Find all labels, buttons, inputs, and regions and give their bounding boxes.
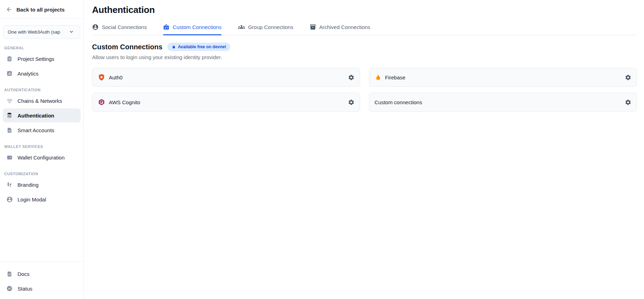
analytics-icon <box>6 70 13 77</box>
sidebar-item-label: Analytics <box>18 71 38 77</box>
chevron-down-icon <box>69 29 74 35</box>
tab-custom-connections[interactable]: Custom Connections <box>163 23 221 35</box>
sidebar-item-authentication[interactable]: Authentication <box>3 108 80 122</box>
settings-gear-icon[interactable] <box>348 99 355 106</box>
card-firebase[interactable]: Firebase <box>369 68 637 87</box>
section-label-wallet-services: WALLET SERVICES <box>3 144 80 149</box>
database-icon <box>6 112 13 119</box>
tab-label: Group Connections <box>248 24 293 30</box>
arrow-left-icon <box>6 6 13 13</box>
aws-cognito-logo <box>98 99 105 106</box>
sidebar-footer: Docs Status <box>0 262 83 299</box>
auth0-logo <box>98 74 105 81</box>
user-circle-icon <box>92 24 99 30</box>
check-circle-icon <box>6 285 13 292</box>
sidebar-item-label: Smart Accounts <box>18 127 54 133</box>
sidebar-item-label: Project Settings <box>18 56 54 62</box>
sidebar-item-docs[interactable]: Docs <box>3 267 80 281</box>
tab-label: Custom Connections <box>173 24 221 30</box>
tab-social-connections[interactable]: Social Connections <box>92 23 147 35</box>
card-label: Firebase <box>385 74 621 80</box>
settings-gear-icon[interactable] <box>625 74 631 81</box>
project-selector-value: One with Web3Auth (sap <box>8 29 66 35</box>
id-badge-icon <box>163 24 169 30</box>
sidebar-item-wallet-configuration[interactable]: Wallet Configuration <box>3 150 80 164</box>
clipboard-icon <box>6 55 13 62</box>
main-content: Authentication Social Connections Custom… <box>84 0 644 299</box>
settings-gear-icon[interactable] <box>625 99 631 106</box>
card-label: AWS Cognito <box>109 99 344 105</box>
sidebar-nav: GENERAL Project Settings Analytics AUTHE… <box>0 38 83 262</box>
card-custom-connections[interactable]: Custom connections <box>369 93 637 112</box>
section-title: Custom Connections <box>92 43 162 51</box>
sidebar-item-smart-accounts[interactable]: Smart Accounts <box>3 123 80 137</box>
connections-grid: Auth0 Firebase <box>92 68 637 112</box>
sidebar-item-status[interactable]: Status <box>3 282 80 296</box>
tab-group-connections[interactable]: Group Connections <box>238 23 293 35</box>
card-label: Custom connections <box>374 99 621 105</box>
page-title: Authentication <box>92 5 637 15</box>
section-header: Custom Connections Available free on dev… <box>92 43 637 51</box>
tab-bar: Social Connections Custom Connections Gr… <box>92 23 637 35</box>
sidebar-item-label: Branding <box>18 182 38 188</box>
card-aws-cognito[interactable]: AWS Cognito <box>92 93 360 112</box>
sidebar-item-branding[interactable]: Branding <box>3 178 80 192</box>
sidebar: Back to all projects One with Web3Auth (… <box>0 0 84 299</box>
sidebar-item-login-modal[interactable]: Login Modal <box>3 192 80 206</box>
lock-icon <box>172 45 176 49</box>
sidebar-item-chains-networks[interactable]: Chains & Networks <box>3 94 80 108</box>
devnet-badge-label: Available free on devnet <box>178 44 226 49</box>
back-to-projects-link[interactable]: Back to all projects <box>0 0 83 19</box>
branding-icon <box>6 181 13 188</box>
sidebar-item-label: Authentication <box>18 113 54 119</box>
sidebar-item-label: Login Modal <box>18 197 46 202</box>
section-label-authentication: AUTHENTICATION <box>3 88 80 92</box>
sidebar-item-analytics[interactable]: Analytics <box>3 66 80 80</box>
section-description: Allow users to login using your existing… <box>92 54 637 60</box>
sidebar-item-label: Docs <box>18 271 29 277</box>
archive-box-icon <box>310 24 316 30</box>
document-icon <box>6 127 13 134</box>
sidebar-item-label: Status <box>18 286 33 292</box>
card-label: Auth0 <box>109 74 344 80</box>
sidebar-item-label: Chains & Networks <box>18 98 62 104</box>
sidebar-item-project-settings[interactable]: Project Settings <box>3 52 80 66</box>
tab-label: Social Connections <box>102 24 147 30</box>
sidebar-item-label: Wallet Configuration <box>18 155 65 161</box>
wallet-icon <box>6 154 13 161</box>
user-circle-icon <box>6 196 13 203</box>
section-label-customization: CUSTOMIZATION <box>3 172 80 176</box>
project-selector-dropdown[interactable]: One with Web3Auth (sap <box>3 25 80 38</box>
card-auth0[interactable]: Auth0 <box>92 68 360 87</box>
users-group-icon <box>238 23 245 30</box>
settings-gear-icon[interactable] <box>348 74 355 81</box>
back-to-projects-label: Back to all projects <box>16 7 65 13</box>
section-label-general: GENERAL <box>3 46 80 50</box>
wifi-icon <box>6 97 13 104</box>
devnet-badge: Available free on devnet <box>167 43 230 51</box>
firebase-logo <box>374 73 381 81</box>
document-icon <box>6 270 13 277</box>
tab-label: Archived Connections <box>319 24 370 30</box>
tab-archived-connections[interactable]: Archived Connections <box>310 23 370 35</box>
